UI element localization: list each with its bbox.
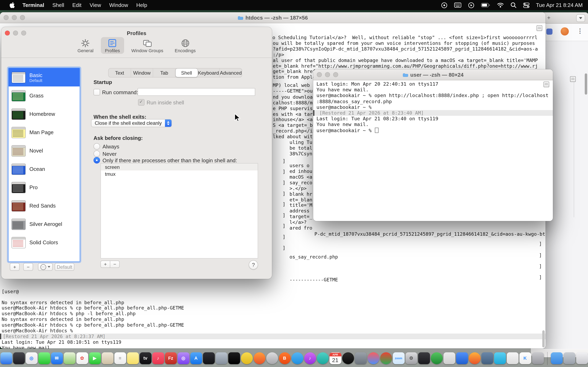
dock-itunes[interactable]: ♪ xyxy=(304,352,316,364)
dock-maps[interactable] xyxy=(63,352,75,364)
chevron-down-icon[interactable] xyxy=(576,14,585,22)
keyboard-icon[interactable] xyxy=(454,2,461,8)
dock-music[interactable]: ♪ xyxy=(152,352,164,364)
default-button[interactable]: Default xyxy=(55,263,74,271)
dock-podcasts[interactable]: ◎ xyxy=(177,352,189,364)
profile-red-sands[interactable]: Red Sands xyxy=(9,197,80,215)
dock-app-orange[interactable] xyxy=(253,352,265,364)
radio-button[interactable] xyxy=(94,143,100,150)
wifi-icon[interactable] xyxy=(497,2,504,8)
radio-button[interactable] xyxy=(94,157,100,164)
menu-help[interactable]: Help xyxy=(132,2,151,8)
terminal-window-user[interactable]: user — -zsh — 80×24 Last login: Mon Apr … xyxy=(313,69,553,221)
dock-reminders[interactable]: ≡ xyxy=(114,352,126,364)
new-tab-icon[interactable]: + xyxy=(547,14,550,21)
dock-finder[interactable] xyxy=(0,352,12,364)
dock-zoom[interactable]: zoom xyxy=(393,352,405,364)
ask-option-0[interactable]: Always xyxy=(94,143,119,150)
minimize-button[interactable] xyxy=(12,15,17,20)
dock-stocks[interactable] xyxy=(203,352,215,364)
dock-facetime[interactable]: ▶ xyxy=(89,352,101,364)
dock-tv[interactable]: tv xyxy=(139,352,151,364)
profile-ocean[interactable]: Ocean xyxy=(9,160,80,178)
search-icon[interactable] xyxy=(510,2,516,8)
radio-button[interactable] xyxy=(94,150,100,157)
terminal-preferences-window[interactable]: Profiles GeneralProfilesWindow GroupsEnc… xyxy=(1,27,272,279)
profile-actions-menu-button[interactable]: ⋯ xyxy=(38,263,53,271)
dock-photo-booth[interactable] xyxy=(355,352,366,364)
dock-app-green[interactable] xyxy=(431,352,442,364)
tab-text[interactable]: Text xyxy=(109,68,131,77)
dock-app-light[interactable] xyxy=(443,352,455,364)
dock-brave[interactable]: B xyxy=(279,352,291,364)
browser-avatar[interactable] xyxy=(561,27,569,35)
screen-record-icon[interactable] xyxy=(468,2,474,8)
browser-extension-icon[interactable] xyxy=(546,29,553,35)
run-inside-shell-checkbox[interactable] xyxy=(138,99,145,106)
dock-chrome[interactable] xyxy=(380,352,392,364)
dock-app-yellow[interactable] xyxy=(241,352,252,364)
dock-quicktime[interactable] xyxy=(228,352,240,364)
dock-messages[interactable] xyxy=(38,352,50,364)
profile-grass[interactable]: Grass xyxy=(9,86,80,105)
dock-app-black[interactable] xyxy=(342,352,354,364)
menu-view[interactable]: View xyxy=(86,2,105,8)
dock-app-silver[interactable] xyxy=(266,352,278,364)
dock-safari[interactable]: ◎ xyxy=(26,352,37,364)
minimize-button[interactable] xyxy=(325,72,330,77)
dock-trash[interactable] xyxy=(576,352,588,364)
dock-launchpad[interactable] xyxy=(13,352,25,364)
dock-documents-stack[interactable] xyxy=(563,352,575,364)
tab-keyboard[interactable]: Keyboard xyxy=(198,68,220,77)
close-button[interactable] xyxy=(4,15,9,20)
app-menu-terminal[interactable]: Terminal xyxy=(18,2,48,8)
tab-advanced[interactable]: Advanced xyxy=(220,68,242,77)
profile-homebrew[interactable]: Homebrew xyxy=(9,105,80,123)
run-command-input[interactable] xyxy=(138,88,255,96)
tab-tab[interactable]: Tab xyxy=(153,68,176,77)
battery-icon[interactable] xyxy=(481,3,490,7)
close-button[interactable] xyxy=(317,72,322,77)
titlebar[interactable]: htdocs — -zsh — 187×56 xyxy=(0,12,545,23)
dock-telegram[interactable] xyxy=(291,352,303,364)
remove-profile-button[interactable]: − xyxy=(23,263,33,271)
dock-contacts[interactable] xyxy=(102,352,113,364)
dock-app-blue[interactable] xyxy=(456,352,468,364)
dock-app-store[interactable]: A xyxy=(190,352,202,364)
dock-app-grid[interactable] xyxy=(532,352,544,364)
run-command-checkbox[interactable] xyxy=(94,89,100,95)
process-row[interactable]: screen xyxy=(101,164,258,170)
toolbar-window-groups[interactable]: Window Groups xyxy=(127,37,167,54)
toolbar-encodings[interactable]: Encodings xyxy=(171,37,200,54)
toolbar-general[interactable]: General xyxy=(73,37,98,54)
toolbar-profiles[interactable]: Profiles xyxy=(101,37,124,54)
profile-pro[interactable]: Pro xyxy=(9,178,80,197)
dock-system-preferences[interactable]: ⚙ xyxy=(405,352,417,364)
dock-keynote[interactable]: K xyxy=(519,352,531,364)
dock-app-dark[interactable] xyxy=(418,352,430,364)
menu-edit[interactable]: Edit xyxy=(68,2,86,8)
shell-exit-dropdown[interactable]: Close if the shell exited cleanly xyxy=(91,119,172,127)
ask-option-1[interactable]: Never xyxy=(94,150,117,157)
profile-solid-colors[interactable]: Solid Colors xyxy=(9,233,80,252)
process-row[interactable]: tmux xyxy=(101,170,258,177)
control-center-icon[interactable] xyxy=(523,2,529,8)
profile-basic[interactable]: BasicDefault xyxy=(9,68,80,86)
tab-shell[interactable]: Shell xyxy=(176,68,198,77)
zoom-button[interactable] xyxy=(20,15,25,20)
profile-silver-aerogel[interactable]: Silver Aerogel xyxy=(9,215,80,233)
apple-menu-icon[interactable] xyxy=(6,2,18,8)
dock-firefox[interactable] xyxy=(468,352,480,364)
menu-bar-clock[interactable]: Tue Apr 21 8:24 AM xyxy=(536,2,583,8)
dock-photos[interactable]: ✿ xyxy=(76,352,88,364)
dock-notes[interactable] xyxy=(127,352,139,364)
dock-app-cyan[interactable] xyxy=(494,352,506,364)
scrollbar[interactable] xyxy=(585,73,587,95)
dock-mail[interactable]: ✉ xyxy=(51,352,63,364)
dock-filezilla[interactable]: Fz xyxy=(165,352,177,364)
remove-process-button[interactable]: − xyxy=(110,261,120,268)
zoom-button[interactable] xyxy=(333,72,338,77)
titlebar[interactable]: user — -zsh — 80×24 xyxy=(313,69,553,80)
dock-app-teal[interactable] xyxy=(317,352,329,364)
add-process-button[interactable]: + xyxy=(100,261,110,268)
